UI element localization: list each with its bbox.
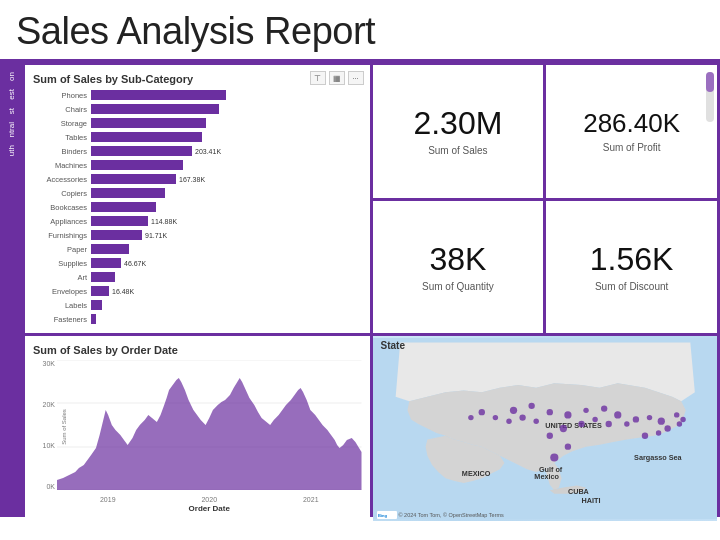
kpi-card-discount: 1.56K Sum of Discount [546,201,717,334]
map-dot-19 [546,433,552,439]
sargasso-label: Sargasso Sea [634,453,683,462]
x-label-2020: 2020 [201,496,217,503]
sidebar-label-1: on [7,72,16,81]
bar-container: 46.67K [91,258,362,268]
bar-container [91,132,362,142]
map-dot-25 [468,415,473,420]
sidebar-label-4: ntral [7,122,16,138]
bar-label: Appliances [33,217,91,226]
x-axis-title: Order Date [57,504,362,513]
header: Sales Analysis Report [0,0,720,62]
bar-chart-row: Furnishings91.71K [33,229,362,241]
bing-logo: Bing [377,511,397,519]
y-axis-title: Sum of Sales [61,402,67,452]
bar-fill [91,118,206,128]
bar-chart: PhonesChairsStorageTablesBinders203.41KM… [33,89,362,325]
bar-fill [91,286,109,296]
bar-container [91,272,362,282]
map-svg: UNITED STATES MEXICO Sargasso Sea Gulf o… [373,336,718,521]
bar-container [91,314,362,324]
filter-icon[interactable]: ⊤ [310,71,326,85]
scrollbar-thumb[interactable] [706,72,714,92]
kpi-value-profit: 286.40K [583,109,680,138]
bar-chart-row: Tables [33,131,362,143]
bar-container [91,202,362,212]
bar-label: Machines [33,161,91,170]
map-title: State [381,340,405,351]
map-dot-1 [509,407,516,414]
y-label-30k: 30K [43,360,55,367]
map-dot-23 [492,415,497,420]
page-title: Sales Analysis Report [16,10,704,53]
bar-fill [91,90,226,100]
bar-label: Furnishings [33,231,91,240]
x-label-2019: 2019 [100,496,116,503]
bar-label: Envelopes [33,287,91,296]
bar-container [91,90,362,100]
map-dot-6 [601,405,607,411]
bar-chart-row: Phones [33,89,362,101]
svg-text:Bing: Bing [378,513,387,518]
kpi-label-discount: Sum of Discount [595,281,668,292]
attribution-text: © 2024 Tom Tom, © OpenStreetMap Terms [399,512,504,518]
kpi-label-quantity: Sum of Quantity [422,281,494,292]
left-sidebar: on est st ntral uth [0,62,22,517]
map-dot-22 [506,419,511,424]
map-dot-florida [550,453,558,461]
bar-value: 91.71K [145,232,167,239]
kpi-label-sales: Sum of Sales [428,145,487,156]
map-dot-8 [632,416,638,422]
bar-chart-row: Accessories167.38K [33,173,362,185]
bar-container: 203.41K [91,146,362,156]
bar-fill [91,146,192,156]
content-area: Sum of Sales by Sub-Category ⊤ ▦ ··· Pho… [22,62,720,517]
bar-chart-row: Art [33,271,362,283]
map-dot-14 [624,421,629,426]
kpi-card-profit: 286.40K Sum of Profit [546,65,717,198]
page-wrapper: Sales Analysis Report on est st ntral ut… [0,0,720,540]
bar-fill [91,230,142,240]
mexico-label: MEXICO [461,469,490,478]
bar-label: Tables [33,133,91,142]
kpi-card-sales: 2.30M Sum of Sales [373,65,544,198]
bar-chart-panel: Sum of Sales by Sub-Category ⊤ ▦ ··· Pho… [25,65,370,333]
cuba-label: CUBA [567,487,589,496]
map-panel: State [373,336,718,521]
kpi-label-profit: Sum of Profit [603,142,661,153]
y-label-20k: 20K [43,401,55,408]
map-dot-2 [528,403,534,409]
map-dot-11 [664,425,670,431]
map-dot-4 [564,411,571,418]
chart-icon[interactable]: ▦ [329,71,345,85]
bar-value: 114.88K [151,218,177,225]
bar-label: Phones [33,91,91,100]
map-dot-7 [614,411,621,418]
map-dot-10 [657,418,664,425]
bar-fill [91,314,96,324]
bar-label: Fasteners [33,315,91,324]
bar-container [91,188,362,198]
toolbar-icons: ⊤ ▦ ··· [310,71,364,85]
scrollbar[interactable] [706,72,714,122]
more-icon[interactable]: ··· [348,71,364,85]
map-background: UNITED STATES MEXICO Sargasso Sea Gulf o… [373,336,718,521]
bar-container [91,104,362,114]
bar-fill [91,104,219,114]
bar-container [91,244,362,254]
map-dot-17 [578,421,584,427]
map-dot-3 [546,409,552,415]
kpi-value-discount: 1.56K [590,242,674,277]
main-content: on est st ntral uth Sum of Sales by Sub-… [0,62,720,517]
bar-fill [91,188,165,198]
bar-value: 16.48K [112,288,134,295]
bar-fill [91,216,148,226]
bar-container: 16.48K [91,286,362,296]
bar-container: 114.88K [91,216,362,226]
line-chart-title: Sum of Sales by Order Date [33,344,362,356]
bar-fill [91,202,156,212]
bar-label: Bookcases [33,203,91,212]
y-label-10k: 10K [43,442,55,449]
bar-label: Copiers [33,189,91,198]
map-dot-georgia [564,443,570,449]
bar-label: Paper [33,245,91,254]
